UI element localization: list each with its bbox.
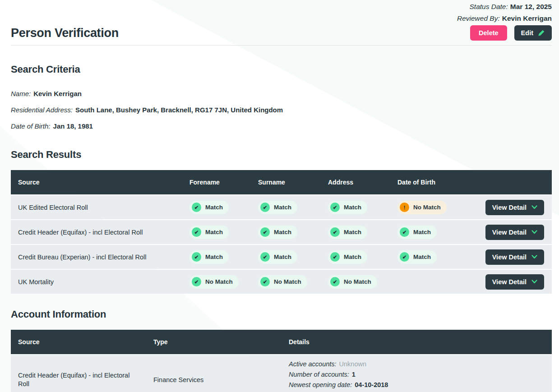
address-cell: ✔ Match bbox=[321, 226, 390, 239]
delete-button-label: Delete bbox=[479, 29, 499, 37]
match-badge: ✔ Match bbox=[397, 226, 437, 239]
match-badge-label: No Match bbox=[413, 204, 441, 211]
status-date-line: Status Date:Mar 12, 2025 bbox=[11, 1, 552, 13]
criteria-dob-label: Date of Birth: bbox=[11, 122, 51, 130]
criteria-dob-value: Jan 18, 1981 bbox=[53, 122, 93, 130]
view-detail-label: View Detail bbox=[492, 229, 527, 236]
match-badge: ✔ Match bbox=[328, 250, 367, 264]
match-badge: ✔ Match bbox=[189, 201, 229, 214]
exclamation-icon: ! bbox=[400, 203, 409, 212]
column-source: Source bbox=[11, 179, 182, 186]
account-source-cell: Credit Header (Equifax) - incl Electoral… bbox=[11, 359, 146, 392]
chevron-down-icon bbox=[531, 255, 537, 259]
match-badge-label: Match bbox=[274, 204, 291, 211]
check-icon: ✔ bbox=[400, 252, 409, 262]
check-icon: ✔ bbox=[330, 277, 340, 286]
column-forename: Forename bbox=[182, 179, 251, 186]
search-results-body: UK Edited Electoral Roll ✔ Match ✔ Match… bbox=[11, 195, 552, 294]
column-details: Details bbox=[282, 338, 552, 346]
match-badge-label: Match bbox=[413, 254, 431, 260]
page-title: Person Verification bbox=[11, 26, 119, 40]
check-icon: ✔ bbox=[260, 203, 270, 212]
column-address: Address bbox=[321, 179, 390, 186]
status-date-label: Status Date: bbox=[469, 3, 508, 10]
match-badge: ✔ No Match bbox=[328, 275, 377, 289]
match-badge: ✔ Match bbox=[258, 226, 297, 239]
reviewed-by-label: Reviewed By: bbox=[457, 14, 500, 22]
match-badge-label: Match bbox=[205, 204, 223, 211]
source-cell: Credit Header (Equifax) - incl Electoral… bbox=[11, 229, 182, 236]
check-icon: ✔ bbox=[400, 227, 409, 237]
check-icon: ✔ bbox=[192, 277, 201, 286]
forename-cell: ✔ No Match bbox=[182, 275, 251, 289]
delete-button[interactable]: Delete bbox=[470, 25, 507, 41]
search-criteria-fields: Name:Kevin Kerrigan Residential Address:… bbox=[11, 90, 552, 130]
source-cell: UK Edited Electoral Roll bbox=[11, 204, 182, 211]
address-cell: ✔ Match bbox=[321, 201, 390, 214]
view-detail-button[interactable]: View Detail bbox=[485, 274, 544, 290]
detail-oldest-opening-date: Oldest opening date:04-10-2018 bbox=[289, 390, 552, 392]
check-icon: ✔ bbox=[260, 252, 270, 262]
check-icon: ✔ bbox=[192, 227, 201, 237]
account-type-cell: Finance Services bbox=[146, 359, 282, 392]
check-icon: ✔ bbox=[330, 252, 340, 262]
match-badge-label: Match bbox=[344, 204, 361, 211]
account-information-header: Source Type Details bbox=[11, 330, 552, 354]
criteria-name: Name:Kevin Kerrigan bbox=[11, 90, 552, 97]
match-badge: ✔ Match bbox=[328, 226, 367, 239]
match-badge: ✔ Match bbox=[189, 226, 229, 239]
chevron-down-icon bbox=[531, 280, 537, 284]
address-cell: ✔ Match bbox=[321, 250, 390, 264]
view-detail-button[interactable]: View Detail bbox=[485, 225, 544, 240]
reviewed-by-value: Kevin Kerrigan bbox=[502, 14, 552, 22]
action-cell: View Detail bbox=[473, 225, 552, 240]
match-badge-label: Match bbox=[205, 229, 223, 235]
match-badge-label: No Match bbox=[274, 278, 301, 285]
match-badge-label: Match bbox=[344, 254, 361, 260]
detail-value: 04-10-2018 bbox=[355, 381, 388, 388]
view-detail-button[interactable]: View Detail bbox=[485, 200, 544, 215]
match-badge-label: No Match bbox=[344, 278, 371, 285]
pencil-icon bbox=[538, 29, 545, 37]
criteria-dob: Date of Birth:Jan 18, 1981 bbox=[11, 122, 552, 130]
action-cell: View Detail bbox=[473, 249, 552, 265]
match-badge: ! No Match bbox=[397, 201, 447, 214]
detail-label: Number of accounts: bbox=[289, 371, 349, 378]
check-icon: ✔ bbox=[192, 252, 201, 262]
match-badge: ✔ Match bbox=[258, 201, 297, 214]
address-cell: ✔ No Match bbox=[321, 275, 390, 289]
forename-cell: ✔ Match bbox=[182, 201, 251, 214]
page-header: Person Verification Delete Edit bbox=[11, 25, 552, 41]
view-detail-label: View Detail bbox=[492, 278, 527, 286]
check-icon: ✔ bbox=[330, 227, 340, 237]
forename-cell: ✔ Match bbox=[182, 250, 251, 264]
column-type: Type bbox=[146, 338, 282, 346]
match-badge: ✔ No Match bbox=[258, 275, 307, 289]
check-icon: ✔ bbox=[330, 203, 340, 212]
detail-label: Active accounts: bbox=[289, 360, 337, 368]
account-details-cell: Active accounts:Unknown Number of accoun… bbox=[282, 359, 552, 392]
table-row: Credit Bureau (Experian) - incl Electora… bbox=[11, 245, 552, 269]
detail-value: 1 bbox=[352, 371, 356, 378]
edit-button[interactable]: Edit bbox=[514, 25, 552, 41]
table-row: UK Edited Electoral Roll ✔ Match ✔ Match… bbox=[11, 195, 552, 219]
detail-value: Unknown bbox=[339, 360, 366, 368]
detail-label: Newest opening date: bbox=[289, 381, 352, 388]
criteria-name-label: Name: bbox=[11, 90, 31, 97]
date-of-birth-cell: ✔ Match bbox=[390, 226, 473, 239]
match-badge: ✔ Match bbox=[328, 201, 367, 214]
view-detail-button[interactable]: View Detail bbox=[485, 249, 544, 265]
source-cell: Credit Bureau (Experian) - incl Electora… bbox=[11, 254, 182, 261]
surname-cell: ✔ Match bbox=[251, 250, 321, 264]
page: Status Date:Mar 12, 2025 Reviewed By:Kev… bbox=[0, 0, 559, 392]
match-badge-label: Match bbox=[274, 229, 291, 235]
match-badge: ✔ Match bbox=[189, 250, 229, 264]
search-results-header: Source Forename Surname Address Date of … bbox=[11, 170, 552, 194]
account-information-heading: Account Information bbox=[11, 309, 552, 320]
check-icon: ✔ bbox=[260, 277, 270, 286]
search-results-heading: Search Results bbox=[11, 149, 552, 161]
column-surname: Surname bbox=[251, 179, 321, 186]
match-badge-label: Match bbox=[413, 229, 431, 235]
criteria-name-value: Kevin Kerrigan bbox=[33, 90, 82, 97]
date-of-birth-cell: ✔ Match bbox=[390, 250, 473, 264]
